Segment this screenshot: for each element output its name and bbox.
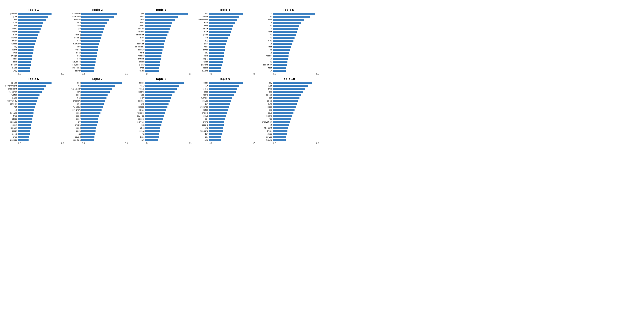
bar-track — [18, 94, 64, 96]
topic-panel-7: Topic 7edufileremembercomsoonfilesproble… — [66, 77, 128, 144]
bar-track — [273, 91, 319, 93]
bar-label: cars — [194, 55, 209, 57]
bar-row: yes — [258, 118, 319, 120]
bar-fill — [81, 40, 100, 42]
bar-label: clipper — [258, 106, 273, 108]
bar-fill — [273, 112, 294, 114]
bar-chart-4: carthanksinterestedbikemailknownewpricel… — [194, 12, 255, 72]
bar-fill — [273, 67, 286, 69]
bar-track — [273, 100, 319, 102]
bar-track — [81, 46, 128, 48]
bar-row: does — [258, 132, 319, 135]
bar-track — [145, 103, 192, 105]
bar-track — [18, 115, 64, 117]
bar-fill — [273, 88, 305, 90]
bar-label: 15 — [258, 22, 273, 24]
bar-fill — [18, 34, 38, 36]
bar-fill — [145, 115, 164, 117]
bar-row: jews — [194, 126, 255, 129]
bar-row: use — [67, 39, 128, 42]
bar-fill — [273, 127, 288, 129]
bar-label: science — [3, 121, 18, 123]
bar-row: matter — [130, 54, 192, 57]
bar-row: dos — [67, 57, 128, 60]
bar-fill — [81, 61, 96, 63]
axis-line — [146, 73, 192, 73]
bar-row: 20 — [258, 24, 319, 27]
topic-title-2: Topic 2 — [67, 8, 128, 12]
bar-track — [273, 103, 319, 105]
bar-fill — [81, 118, 98, 120]
axis-label-05: 0.5 — [125, 73, 128, 75]
bar-fill — [273, 85, 308, 87]
bar-track — [273, 52, 319, 54]
bar-track — [145, 46, 192, 48]
bar-label: accept — [130, 49, 145, 51]
bar-label: did — [3, 25, 18, 27]
bar-row: post — [194, 42, 255, 45]
bar-track — [145, 40, 192, 42]
bar-fill — [81, 115, 100, 117]
bar-track — [273, 55, 319, 57]
bar-fill — [209, 94, 234, 96]
bar-row: make — [3, 66, 64, 69]
bar-track — [209, 52, 255, 54]
bar-track — [81, 61, 128, 63]
bar-label: 12 — [258, 28, 273, 30]
bar-row: got — [258, 96, 319, 99]
bar-row: media — [194, 112, 255, 114]
bar-row: christ — [130, 60, 192, 63]
bar-track — [145, 82, 192, 84]
bar-row: think — [3, 39, 64, 42]
bar-label: weapons — [194, 130, 209, 132]
bar-track — [81, 130, 128, 132]
bar-row: code — [67, 130, 128, 132]
bar-label: israel — [194, 88, 209, 90]
bar-row: points — [130, 108, 192, 111]
topic-panel-1: Topic 1peoplejustlikedondidknowrightdidn… — [2, 8, 65, 75]
bar-fill — [81, 25, 106, 26]
bar-row: game — [130, 81, 192, 84]
bar-row: number — [194, 96, 255, 99]
bar-track — [18, 100, 64, 102]
bar-fill — [145, 103, 168, 105]
bar-label: won — [130, 94, 145, 96]
axis-label-05: 0.5 — [61, 142, 64, 144]
bar-label: problem — [67, 100, 81, 102]
bar-track — [273, 13, 319, 14]
bar-label: crime — [194, 121, 209, 123]
bar-row: second — [130, 90, 192, 93]
bar-fill — [18, 121, 32, 123]
bar-track — [81, 100, 128, 102]
bar-fill — [209, 13, 243, 14]
bar-fill — [81, 28, 104, 30]
bar-fill — [145, 37, 166, 39]
bar-chart-8: gameyearteamsecondwonplaygameswinseasonp… — [130, 81, 192, 141]
bar-track — [18, 85, 64, 87]
bar-track — [209, 130, 255, 132]
bar-label: doesn — [3, 64, 18, 66]
bar-label: reading — [67, 139, 81, 141]
bar-fill — [18, 133, 30, 135]
bar-fill — [273, 46, 291, 48]
bar-fill — [81, 133, 95, 135]
bar-fill — [145, 91, 174, 93]
bar-track — [18, 25, 64, 26]
bar-row: guess — [3, 42, 64, 45]
bar-row: info — [67, 45, 128, 48]
bar-label: hear — [194, 46, 209, 48]
bar-fill — [273, 22, 301, 24]
bar-fill — [145, 13, 188, 14]
bar-fill — [18, 85, 46, 87]
bar-label: board — [258, 115, 273, 117]
bar-label: law — [194, 85, 209, 87]
bar-row: people — [3, 12, 64, 15]
bar-label: 11 — [258, 52, 273, 54]
bar-row: power — [258, 136, 319, 138]
bar-track — [209, 70, 255, 72]
bar-track — [209, 82, 255, 84]
bar-row: season — [130, 106, 192, 108]
bar-fill — [81, 121, 98, 123]
bar-fill — [145, 19, 175, 20]
bar-label: people — [3, 13, 18, 15]
